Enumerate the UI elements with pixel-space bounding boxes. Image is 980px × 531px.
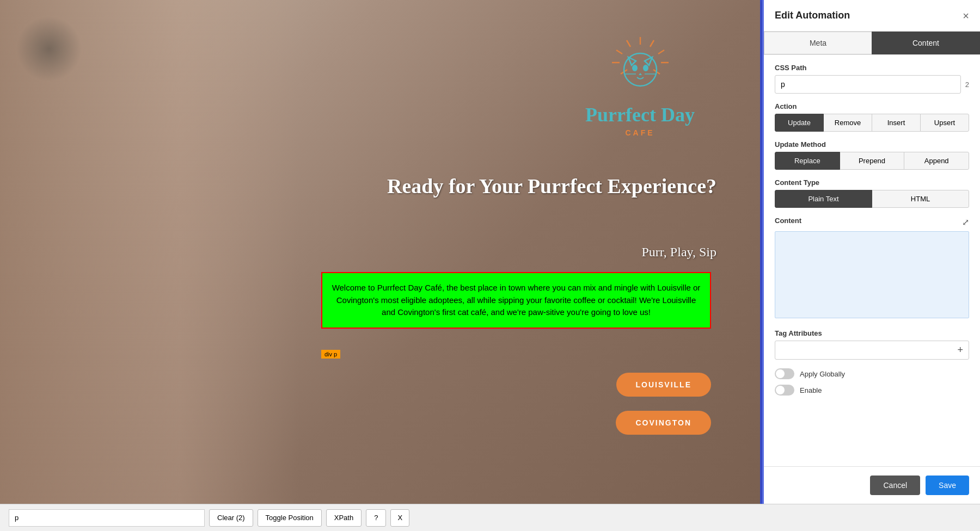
tab-meta[interactable]: Meta <box>764 32 872 54</box>
main-container: Purrfect Day CAFE Ready for Your Purrfec… <box>0 0 980 504</box>
action-btn-group: Update Remove Insert Upsert <box>775 114 969 132</box>
content-header-row: Content ⤢ <box>775 217 969 228</box>
brand-sub: CAFE <box>585 128 695 137</box>
enable-label: Enable <box>800 386 822 394</box>
css-path-group: CSS Path 2 <box>775 64 969 94</box>
method-prepend-btn[interactable]: Prepend <box>840 152 905 170</box>
cat-in-photo <box>16 16 82 82</box>
svg-line-5 <box>616 50 622 54</box>
svg-line-4 <box>627 40 630 47</box>
update-method-label: Update Method <box>775 140 969 149</box>
close-button[interactable]: × <box>963 10 969 21</box>
method-replace-btn[interactable]: Replace <box>775 152 840 170</box>
preview-area: Purrfect Day CAFE Ready for Your Purrfec… <box>0 0 760 504</box>
clear-button[interactable]: Clear (2) <box>209 509 253 527</box>
enable-row: Enable <box>775 385 969 396</box>
louisville-button[interactable]: LOUISVILLE <box>616 373 711 397</box>
bottom-toolbar: Clear (2) Toggle Position XPath ? X <box>0 504 980 531</box>
svg-line-2 <box>658 50 664 54</box>
hero-subtitle: Purr, Play, Sip <box>642 245 717 260</box>
panel-footer: Cancel Save <box>764 466 980 504</box>
toolbar-css-input[interactable] <box>9 509 205 527</box>
edit-automation-panel: Edit Automation × Meta Content CSS Path <box>762 0 980 504</box>
svg-point-12 <box>632 65 638 71</box>
content-type-group: Content Type Plain Text HTML <box>775 178 969 208</box>
toggle-position-button[interactable]: Toggle Position <box>258 509 322 527</box>
css-path-label: CSS Path <box>775 64 969 72</box>
method-append-btn[interactable]: Append <box>904 152 969 170</box>
update-method-group: Update Method Replace Prepend Append <box>775 140 969 170</box>
css-path-count: 2 <box>965 81 969 89</box>
save-button[interactable]: Save <box>926 476 969 495</box>
cat-logo-icon <box>608 33 673 98</box>
type-html-btn[interactable]: HTML <box>872 190 969 208</box>
highlighted-paragraph: Welcome to Purrfect Day Café, the best p… <box>321 272 711 329</box>
content-group: Content ⤢ <box>775 217 969 320</box>
content-label: Content <box>775 217 801 225</box>
action-group: Action Update Remove Insert Upsert <box>775 102 969 132</box>
svg-marker-11 <box>645 57 652 65</box>
tab-content[interactable]: Content <box>872 32 980 54</box>
tag-attributes-group: Tag Attributes + <box>775 329 969 360</box>
svg-marker-10 <box>628 57 636 65</box>
action-update-btn[interactable]: Update <box>775 114 824 132</box>
close-toolbar-button[interactable]: X <box>390 509 409 527</box>
panel-title: Edit Automation <box>775 10 850 21</box>
cancel-button[interactable]: Cancel <box>870 476 920 495</box>
content-type-btn-group: Plain Text HTML <box>775 190 969 208</box>
brand-name: Purrfect Day <box>585 104 695 126</box>
logo-area: Purrfect Day CAFE <box>585 33 695 137</box>
svg-marker-14 <box>639 73 642 75</box>
action-label: Action <box>775 102 969 110</box>
enable-toggle[interactable] <box>775 385 794 396</box>
xpath-button[interactable]: XPath <box>326 509 362 527</box>
content-textarea[interactable] <box>775 231 969 318</box>
panel-header: Edit Automation × <box>764 0 980 32</box>
svg-line-1 <box>650 40 654 47</box>
type-plaintext-btn[interactable]: Plain Text <box>775 190 872 208</box>
highlighted-text: Welcome to Purrfect Day Café, the best p… <box>332 283 701 317</box>
action-upsert-btn[interactable]: Upsert <box>920 114 969 132</box>
panel-tabs: Meta Content <box>764 32 980 55</box>
update-method-btn-group: Replace Prepend Append <box>775 152 969 170</box>
covington-button[interactable]: COVINGTON <box>616 411 711 435</box>
apply-globally-toggle[interactable] <box>775 368 794 379</box>
svg-point-13 <box>643 65 648 71</box>
panel-body: CSS Path 2 Action Update Remove Insert <box>764 55 980 466</box>
action-remove-btn[interactable]: Remove <box>823 114 872 132</box>
apply-globally-row: Apply Globally <box>775 368 969 379</box>
tag-attr-input-row: + <box>775 341 969 360</box>
path-indicator: div p <box>321 350 340 359</box>
help-button[interactable]: ? <box>366 509 386 527</box>
hero-title: Ready for Your Purrfect Experience? <box>387 174 716 199</box>
expand-icon[interactable]: ⤢ <box>962 217 969 227</box>
css-path-input[interactable] <box>775 75 961 94</box>
apply-globally-label: Apply Globally <box>800 370 845 378</box>
css-path-row: 2 <box>775 75 969 94</box>
content-type-label: Content Type <box>775 178 969 187</box>
tag-attr-add-icon[interactable]: + <box>957 344 963 356</box>
action-insert-btn[interactable]: Insert <box>872 114 921 132</box>
tag-attributes-label: Tag Attributes <box>775 329 969 337</box>
tag-attr-input[interactable] <box>781 346 957 354</box>
